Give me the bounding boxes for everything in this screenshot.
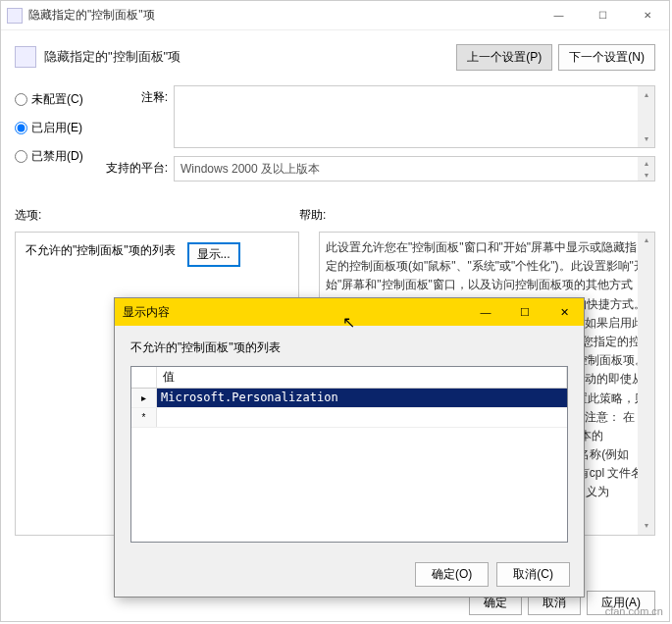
table-row[interactable]: * — [131, 408, 567, 428]
radio-disabled[interactable]: 已禁用(D) — [15, 148, 103, 165]
scroll-down-icon[interactable]: ▾ — [638, 130, 654, 147]
radio-disabled-label: 已禁用(D) — [31, 148, 83, 165]
platform-value: Windows 2000 及以上版本 — [181, 161, 320, 178]
dialog-footer: 确定(O) 取消(C) — [415, 562, 570, 587]
dialog-close-button[interactable]: ✕ — [544, 298, 584, 326]
scroll-up-icon[interactable]: ▴ — [638, 233, 654, 249]
dialog-ok-button[interactable]: 确定(O) — [415, 562, 489, 587]
fields-column: 注释: ▴ ▾ 支持的平台: Windows 2000 及以上版本 ▴ — [103, 85, 655, 189]
radio-enabled-label: 已启用(E) — [31, 120, 82, 136]
section-labels: 选项: 帮助: — [15, 207, 655, 224]
policy-title: 隐藏指定的"控制面板"项 — [44, 48, 450, 66]
platform-scrollbar[interactable]: ▴ ▾ — [638, 157, 654, 181]
scroll-down-icon[interactable]: ▾ — [638, 518, 654, 535]
options-list-label: 不允许的"控制面板"项的列表 — [26, 242, 176, 259]
window-title: 隐藏指定的"控制面板"项 — [28, 7, 537, 24]
dialog-cancel-button[interactable]: 取消(C) — [496, 562, 570, 587]
platform-label: 支持的平台: — [103, 156, 174, 182]
table-row[interactable]: ▸ Microsoft.Personalization — [131, 389, 567, 408]
dialog-controls: — ☐ ✕ — [466, 298, 584, 326]
dialog-list-label: 不允许的"控制面板"项的列表 — [130, 339, 568, 356]
radio-disabled-input[interactable] — [15, 150, 27, 163]
row-marker: ▸ — [131, 389, 157, 407]
policy-icon — [15, 46, 36, 68]
policy-editor-window: 隐藏指定的"控制面板"项 — ☐ ✕ 隐藏指定的"控制面板"项 上一个设置(P)… — [0, 0, 670, 622]
next-setting-button[interactable]: 下一个设置(N) — [558, 44, 655, 71]
radio-not-configured[interactable]: 未配置(C) — [15, 91, 103, 108]
scroll-up-icon[interactable]: ▴ — [638, 157, 654, 169]
help-scrollbar[interactable]: ▴ ▾ — [638, 233, 654, 535]
config-area: 未配置(C) 已启用(E) 已禁用(D) 注释: ▴ ▾ — [15, 85, 655, 189]
dialog-title: 显示内容 — [123, 304, 466, 321]
scroll-down-icon[interactable]: ▾ — [638, 169, 654, 181]
comment-row: 注释: ▴ ▾ — [103, 85, 655, 148]
row-marker: * — [131, 408, 157, 427]
show-contents-dialog: 显示内容 — ☐ ✕ 不允许的"控制面板"项的列表 值 ▸ Microsoft.… — [114, 297, 585, 598]
grid-header: 值 — [131, 367, 567, 389]
titlebar: 隐藏指定的"控制面板"项 — ☐ ✕ — [1, 1, 669, 30]
header-row: 隐藏指定的"控制面板"项 上一个设置(P) 下一个设置(N) — [15, 40, 655, 74]
radio-not-configured-label: 未配置(C) — [31, 91, 83, 108]
minimize-button[interactable]: — — [537, 1, 581, 29]
comment-scrollbar[interactable]: ▴ ▾ — [638, 86, 654, 147]
platform-row: 支持的平台: Windows 2000 及以上版本 ▴ ▾ — [103, 156, 655, 182]
close-button[interactable]: ✕ — [625, 1, 669, 29]
platform-box: Windows 2000 及以上版本 ▴ ▾ — [174, 156, 655, 182]
radio-enabled[interactable]: 已启用(E) — [15, 120, 103, 136]
radio-column: 未配置(C) 已启用(E) 已禁用(D) — [15, 85, 103, 189]
window-controls: — ☐ ✕ — [537, 1, 669, 29]
row-value-cell[interactable] — [157, 408, 567, 427]
radio-enabled-input[interactable] — [15, 122, 27, 134]
show-button[interactable]: 显示... — [187, 242, 240, 267]
grid-corner — [131, 367, 157, 388]
row-value-cell[interactable]: Microsoft.Personalization — [157, 389, 567, 407]
dialog-body: 不允许的"控制面板"项的列表 值 ▸ Microsoft.Personaliza… — [115, 326, 584, 556]
dialog-minimize-button[interactable]: — — [466, 298, 505, 326]
comment-label: 注释: — [103, 85, 174, 148]
maximize-button[interactable]: ☐ — [581, 1, 625, 29]
options-section-label: 选项: — [15, 207, 299, 224]
values-grid[interactable]: 值 ▸ Microsoft.Personalization * — [130, 366, 568, 543]
grid-col-value[interactable]: 值 — [157, 367, 567, 388]
help-section-label: 帮助: — [299, 207, 326, 224]
window-icon — [7, 8, 23, 24]
watermark: cfan.com.cn — [605, 605, 663, 617]
dialog-titlebar[interactable]: 显示内容 — ☐ ✕ — [115, 298, 584, 326]
radio-not-configured-input[interactable] — [15, 93, 27, 106]
prev-setting-button[interactable]: 上一个设置(P) — [456, 44, 552, 71]
comment-textarea[interactable]: ▴ ▾ — [174, 85, 655, 148]
scroll-up-icon[interactable]: ▴ — [638, 86, 654, 103]
dialog-maximize-button[interactable]: ☐ — [505, 298, 544, 326]
